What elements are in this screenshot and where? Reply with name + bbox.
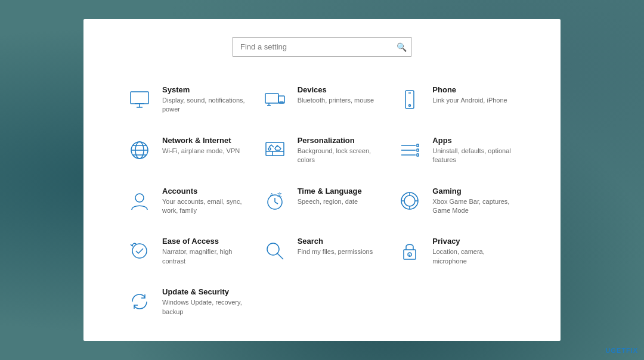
setting-title-accounts: Accounts (162, 187, 249, 195)
setting-desc-personalization: Background, lock screen, colors (298, 147, 384, 165)
setting-item-accounts[interactable]: Accounts Your accounts, email, sync, wor… (119, 176, 255, 226)
svg-line-42 (277, 253, 283, 259)
svg-line-30 (275, 202, 278, 204)
search-input[interactable] (233, 37, 411, 57)
setting-title-gaming: Gaming (432, 187, 519, 195)
svg-rect-8 (280, 102, 283, 103)
apps-icon (395, 136, 424, 165)
setting-desc-privacy: Location, camera, microphone (432, 247, 519, 266)
setting-desc-devices: Bluetooth, printers, mouse (298, 96, 374, 105)
svg-text:文: 文 (277, 192, 282, 197)
setting-item-gaming[interactable]: Gaming Xbox Game Bar, captures, Game Mod… (389, 176, 525, 226)
phone-icon (395, 85, 424, 114)
setting-desc-search: Find my files, permissions (298, 247, 373, 256)
devices-icon (261, 85, 289, 114)
search-icon (261, 237, 289, 265)
setting-title-phone: Phone (432, 85, 507, 94)
settings-window: 🔍 System Display, sound, notifications, … (83, 19, 561, 341)
svg-text:A: A (270, 192, 274, 197)
gaming-icon (395, 187, 424, 215)
svg-rect-26 (417, 154, 419, 156)
setting-item-apps[interactable]: Apps Uninstall, defaults, optional featu… (389, 125, 525, 176)
setting-desc-update: Windows Update, recovery, backup (162, 298, 249, 316)
time-icon: A 文 (261, 187, 289, 215)
setting-desc-system: Display, sound, notifications, power (162, 96, 249, 114)
setting-title-update: Update & Security (162, 287, 249, 296)
setting-desc-phone: Link your Android, iPhone (432, 96, 507, 105)
setting-item-ease[interactable]: Ease of Access Narrator, magnifier, high… (119, 226, 255, 277)
setting-title-search: Search (298, 237, 373, 246)
setting-item-network[interactable]: Network & Internet Wi-Fi, airplane mode,… (119, 125, 255, 176)
setting-item-system[interactable]: System Display, sound, notifications, po… (119, 75, 255, 125)
settings-grid: System Display, sound, notifications, po… (119, 75, 525, 327)
setting-desc-accounts: Your accounts, email, sync, work, family (162, 197, 249, 216)
svg-point-39 (132, 244, 147, 258)
privacy-icon (395, 237, 424, 265)
svg-rect-4 (265, 94, 278, 103)
setting-item-phone[interactable]: Phone Link your Android, iPhone (389, 75, 525, 125)
setting-desc-time: Speech, region, date (298, 197, 362, 206)
setting-title-network: Network & Internet (162, 136, 240, 145)
setting-desc-apps: Uninstall, defaults, optional features (432, 147, 519, 165)
update-icon (125, 287, 154, 316)
setting-item-time[interactable]: A 文 Time & Language Speech, region, date (255, 176, 390, 226)
ease-icon (125, 237, 154, 265)
setting-title-devices: Devices (298, 85, 374, 94)
svg-point-11 (409, 105, 411, 107)
setting-title-system: System (162, 85, 249, 94)
svg-rect-25 (417, 149, 419, 151)
setting-title-personalization: Personalization (298, 136, 384, 145)
setting-desc-ease: Narrator, magnifier, high contrast (162, 247, 249, 266)
svg-point-27 (135, 194, 144, 202)
accounts-icon (125, 187, 154, 215)
svg-rect-0 (131, 92, 148, 104)
watermark-label: UGETFIX (605, 347, 638, 354)
setting-title-apps: Apps (432, 136, 519, 145)
personalization-icon (261, 136, 289, 165)
search-bar: 🔍 (233, 37, 411, 57)
svg-line-40 (131, 244, 132, 246)
setting-item-devices[interactable]: Devices Bluetooth, printers, mouse (255, 75, 390, 125)
svg-point-20 (268, 148, 271, 150)
setting-item-privacy[interactable]: Privacy Location, camera, microphone (389, 226, 525, 277)
search-icon: 🔍 (397, 42, 407, 52)
system-icon (125, 85, 154, 114)
network-icon (125, 136, 154, 165)
setting-item-search[interactable]: Search Find my files, permissions (255, 226, 390, 277)
svg-point-34 (404, 195, 415, 206)
setting-desc-gaming: Xbox Game Bar, captures, Game Mode (432, 197, 519, 216)
setting-desc-network: Wi-Fi, airplane mode, VPN (162, 147, 240, 156)
setting-title-ease: Ease of Access (162, 237, 249, 246)
setting-title-privacy: Privacy (432, 237, 519, 246)
svg-rect-24 (417, 144, 419, 147)
setting-title-time: Time & Language (298, 187, 362, 195)
setting-item-personalization[interactable]: Personalization Background, lock screen,… (255, 125, 390, 176)
setting-item-update[interactable]: Update & Security Windows Update, recove… (119, 277, 255, 327)
